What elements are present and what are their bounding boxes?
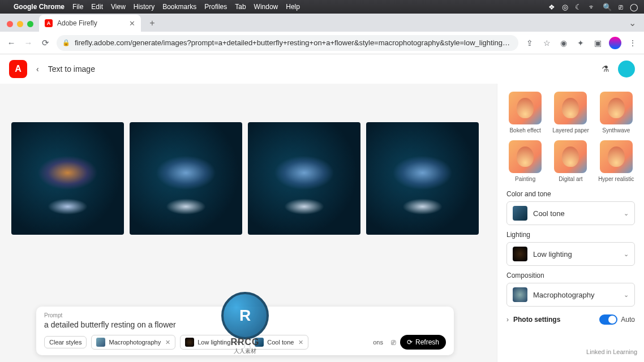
browser-toolbar: ← → ⟳ 🔒 firefly.adobe.com/generate/image… <box>0 32 644 54</box>
color-tone-dropdown[interactable]: Cool tone ⌄ <box>506 201 635 225</box>
composition-label: Composition <box>506 272 635 279</box>
style-bokeh[interactable]: Bokeh effect <box>506 92 544 133</box>
auto-label: Auto <box>621 316 635 324</box>
sync-icon[interactable]: ◎ <box>562 3 568 11</box>
chevron-right-icon: › <box>506 316 509 324</box>
lighting-dropdown[interactable]: Low lighting ⌄ <box>506 242 635 266</box>
url-text: firefly.adobe.com/generate/images?prompt… <box>75 38 513 47</box>
moon-icon[interactable]: ☾ <box>575 3 582 11</box>
composition-dropdown[interactable]: Macrophotography ⌄ <box>506 283 635 307</box>
linkedin-learning-watermark: Linked in Learning <box>586 348 637 355</box>
generated-image-2[interactable] <box>130 122 242 235</box>
style-synthwave[interactable]: Synthwave <box>598 92 635 133</box>
lighting-label: Lighting <box>506 231 635 239</box>
url-bar[interactable]: 🔒 firefly.adobe.com/generate/images?prom… <box>57 35 518 51</box>
app-header: A ‹ Text to image ⚗ <box>0 54 644 84</box>
refresh-button[interactable]: ⟳Refresh <box>400 335 446 350</box>
color-tone-label: Color and tone <box>506 190 635 198</box>
maximize-window-button[interactable] <box>27 21 33 27</box>
menu-tab[interactable]: Tab <box>235 3 246 11</box>
remove-tag-icon[interactable]: ✕ <box>235 339 240 346</box>
tabs-menu-icon[interactable]: ⌄ <box>629 18 636 28</box>
generated-image-3[interactable] <box>248 122 360 235</box>
prompt-panel: Prompt a detailed butterfly resting on a… <box>36 307 454 355</box>
cool-tone-swatch <box>513 206 527 221</box>
composition-value: Macrophotography <box>533 291 594 299</box>
remove-tag-icon[interactable]: ✕ <box>165 339 170 346</box>
search-icon[interactable]: 🔍 <box>603 3 612 11</box>
page-title: Text to image <box>48 64 95 74</box>
style-layered-paper[interactable]: Layered paper <box>552 92 589 133</box>
minimize-window-button[interactable] <box>17 21 23 27</box>
adobe-logo[interactable]: A <box>9 60 27 78</box>
back-button[interactable]: ← <box>6 38 17 48</box>
lock-icon: 🔒 <box>62 39 70 46</box>
forward-button[interactable]: → <box>23 38 34 48</box>
tag-low-lighting[interactable]: Low lighting✕ <box>180 335 245 350</box>
share-icon[interactable]: ⇪ <box>524 38 535 48</box>
photo-settings-label: Photo settings <box>513 316 560 324</box>
beaker-icon[interactable]: ⚗ <box>602 64 609 74</box>
menubar-right: ❖ ◎ ☾ ᯤ 🔍 ⎚ ◯ <box>548 3 638 11</box>
lighting-value: Low lighting <box>533 250 572 258</box>
menu-file[interactable]: File <box>72 3 83 11</box>
menubar-app-name[interactable]: Google Chrome <box>14 3 65 11</box>
menu-bookmarks[interactable]: Bookmarks <box>162 3 196 11</box>
style-hyper-realistic[interactable]: Hyper realistic <box>598 140 635 182</box>
star-icon[interactable]: ☆ <box>541 38 552 48</box>
photo-settings-row[interactable]: › Photo settings Auto <box>506 314 635 325</box>
user-avatar[interactable] <box>618 61 635 77</box>
extension-icon[interactable]: ◉ <box>558 38 569 48</box>
kebab-menu-icon[interactable]: ⋮ <box>627 38 638 48</box>
control-center-icon[interactable]: ❖ <box>548 3 555 11</box>
macos-menubar: Google Chrome File Edit View History Boo… <box>0 0 644 14</box>
menu-help[interactable]: Help <box>286 3 300 11</box>
styles-sidebar: Bokeh effect Layered paper Synthwave Pai… <box>497 84 644 362</box>
profile-avatar[interactable] <box>609 37 621 49</box>
style-grid: Bokeh effect Layered paper Synthwave Pai… <box>506 92 635 182</box>
suggestions-label[interactable]: ons <box>370 337 387 348</box>
menu-history[interactable]: History <box>134 3 154 11</box>
user-icon[interactable]: ◯ <box>630 3 638 11</box>
adobe-favicon: A <box>45 19 53 27</box>
menu-profiles[interactable]: Profiles <box>204 3 227 11</box>
chrome-tabbar: A Adobe Firefly ✕ + ⌄ <box>0 14 644 32</box>
prompt-label: Prompt <box>44 312 446 318</box>
refresh-icon: ⟳ <box>407 338 413 346</box>
puzzle-icon[interactable]: ✦ <box>575 38 586 48</box>
tag-macrophotography[interactable]: Macrophotography✕ <box>91 335 175 350</box>
prompt-text[interactable]: a detailed butterfly resting on a flower <box>44 320 446 329</box>
new-tab-button[interactable]: + <box>145 16 159 30</box>
clear-styles-button[interactable]: Clear styles <box>44 336 87 348</box>
toggle-icon[interactable]: ⎚ <box>619 3 623 11</box>
generated-image-4[interactable] <box>366 122 479 235</box>
style-digital-art[interactable]: Digital art <box>552 140 589 182</box>
close-tab-icon[interactable]: ✕ <box>129 19 135 28</box>
menu-view[interactable]: View <box>111 3 126 11</box>
low-lighting-swatch <box>513 247 527 261</box>
color-tone-value: Cool tone <box>533 209 565 218</box>
style-painting[interactable]: Painting <box>506 140 544 182</box>
sidepanel-icon[interactable]: ▣ <box>592 38 603 48</box>
tab-title: Adobe Firefly <box>57 19 97 27</box>
window-controls <box>7 21 33 27</box>
chevron-down-icon: ⌄ <box>624 251 629 258</box>
macro-swatch <box>513 287 527 302</box>
menu-edit[interactable]: Edit <box>91 3 103 11</box>
menu-window[interactable]: Window <box>254 3 278 11</box>
generated-image-1[interactable] <box>11 122 124 235</box>
browser-tab[interactable]: A Adobe Firefly ✕ <box>39 15 141 32</box>
reload-button[interactable]: ⟳ <box>40 38 51 48</box>
auto-toggle[interactable] <box>599 314 617 325</box>
wifi-icon[interactable]: ᯤ <box>589 3 596 11</box>
style-tags-row: Clear styles Macrophotography✕ Low light… <box>44 335 446 350</box>
close-window-button[interactable] <box>7 21 13 27</box>
chevron-down-icon: ⌄ <box>624 210 629 217</box>
remove-tag-icon[interactable]: ✕ <box>298 339 303 346</box>
chevron-down-icon: ⌄ <box>624 291 629 299</box>
back-chevron-icon[interactable]: ‹ <box>36 64 39 74</box>
tag-cool-tone[interactable]: Cool tone✕ <box>250 335 308 350</box>
suggestions-toggle-icon[interactable]: ⎚ <box>391 338 396 347</box>
